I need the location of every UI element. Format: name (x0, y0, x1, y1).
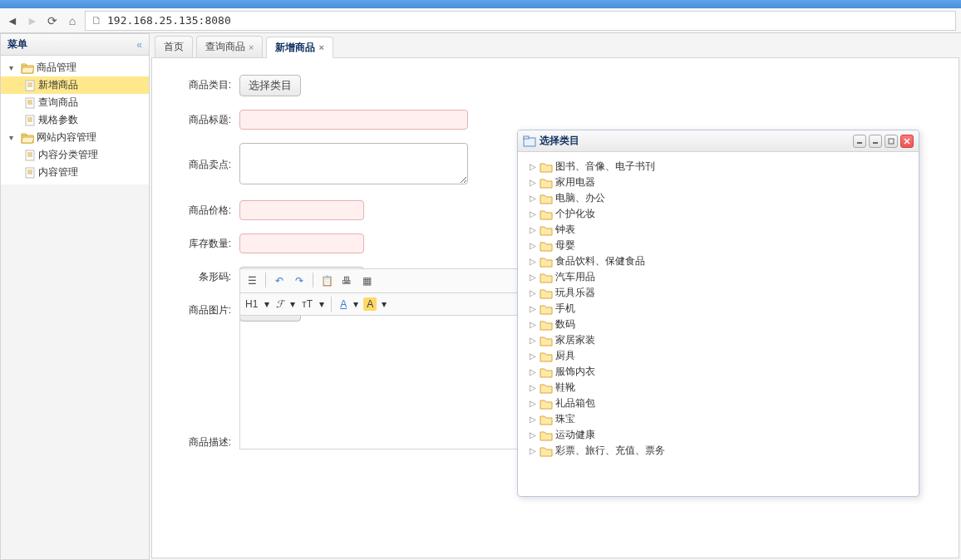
expand-icon[interactable]: ▷ (530, 351, 540, 361)
price-input[interactable] (239, 200, 364, 220)
sidebar-item-0[interactable]: ▾商品管理 (1, 59, 149, 76)
source-icon[interactable]: ☰ (244, 273, 260, 289)
close-button[interactable] (900, 135, 914, 148)
backcolor-button[interactable]: A (363, 297, 377, 311)
size-button[interactable]: тT (300, 298, 314, 310)
sidebar-item-2[interactable]: 查询商品 (1, 94, 149, 111)
category-label: 礼品箱包 (555, 396, 595, 410)
svg-rect-21 (524, 136, 529, 139)
back-icon[interactable]: ◄ (5, 13, 20, 28)
redo-icon[interactable]: ↷ (291, 273, 308, 289)
expand-icon[interactable]: ▷ (530, 383, 540, 392)
expand-icon[interactable]: ▷ (530, 225, 540, 234)
sidebar-item-3[interactable]: 规格参数 (1, 111, 149, 129)
forecolor-button[interactable]: A (338, 298, 348, 310)
category-item-16[interactable]: ▷珠宝 (523, 411, 914, 427)
category-item-1[interactable]: ▷家用电器 (523, 174, 914, 190)
sidebar-item-label: 内容管理 (38, 165, 78, 179)
title-input[interactable] (239, 110, 468, 130)
address-bar[interactable]: 🗋 192.168.25.135:8080 (85, 11, 956, 31)
category-item-18[interactable]: ▷彩票、旅行、充值、票务 (523, 443, 914, 459)
heading-button[interactable]: H1 (244, 298, 259, 310)
category-item-11[interactable]: ▷家居家装 (523, 332, 914, 348)
expand-icon[interactable]: ▷ (530, 257, 540, 266)
home-icon[interactable]: ⌂ (65, 13, 80, 28)
stock-input[interactable] (239, 233, 364, 253)
dialog-header[interactable]: 选择类目 (518, 130, 919, 152)
category-label: 服饰内衣 (555, 365, 595, 379)
expand-icon[interactable]: ▷ (530, 178, 540, 187)
expand-icon[interactable]: ▷ (530, 194, 540, 203)
category-item-15[interactable]: ▷礼品箱包 (523, 395, 914, 411)
sidebar-item-6[interactable]: 内容管理 (1, 164, 149, 181)
expand-icon[interactable]: ▷ (530, 273, 540, 282)
expand-icon[interactable]: ▷ (530, 209, 540, 219)
expand-icon[interactable]: ▷ (530, 399, 540, 408)
category-item-0[interactable]: ▷图书、音像、电子书刊 (523, 159, 914, 174)
tab-2[interactable]: 新增商品× (266, 37, 333, 58)
dialog-title-icon (523, 135, 536, 147)
category-label: 商品类目: (177, 75, 231, 92)
category-item-6[interactable]: ▷食品饮料、保健食品 (523, 253, 914, 269)
sidebar-title: 菜单 (7, 37, 27, 52)
sellpoint-input[interactable] (239, 143, 468, 184)
minimize-button[interactable] (869, 135, 882, 148)
category-item-2[interactable]: ▷电脑、办公 (523, 190, 914, 206)
svg-rect-12 (26, 150, 34, 160)
category-label: 钟表 (555, 223, 575, 237)
sidebar-item-label: 商品管理 (37, 61, 76, 75)
expand-icon[interactable]: ▷ (530, 320, 540, 329)
category-item-4[interactable]: ▷钟表 (523, 222, 914, 238)
title-label: 商品标题: (177, 110, 231, 127)
expand-icon[interactable]: ▷ (530, 367, 540, 376)
font-button[interactable]: ℱ (274, 298, 285, 310)
print-icon[interactable]: 🖶 (338, 273, 355, 289)
expand-icon[interactable]: ▷ (530, 336, 540, 345)
category-item-17[interactable]: ▷运动健康 (523, 427, 914, 443)
collapse-icon[interactable]: « (136, 39, 142, 51)
template-icon[interactable]: ▦ (358, 273, 375, 289)
category-item-3[interactable]: ▷个护化妆 (523, 206, 914, 222)
tab-close-icon[interactable]: × (249, 42, 254, 52)
expand-icon[interactable]: ▷ (530, 162, 540, 171)
collapse-button[interactable] (853, 135, 866, 148)
folder-icon (540, 240, 553, 252)
expand-icon[interactable]: ▷ (530, 241, 540, 250)
folder-icon (540, 303, 553, 315)
dialog-body: ▷图书、音像、电子书刊▷家用电器▷电脑、办公▷个护化妆▷钟表▷母婴▷食品饮料、保… (518, 152, 919, 496)
undo-icon[interactable]: ↶ (271, 273, 288, 289)
category-label: 玩具乐器 (555, 286, 595, 300)
expand-icon[interactable]: ▷ (530, 430, 540, 440)
expand-icon[interactable]: ▷ (530, 415, 540, 424)
category-item-8[interactable]: ▷玩具乐器 (523, 285, 914, 301)
category-item-5[interactable]: ▷母婴 (523, 238, 914, 253)
file-icon (24, 97, 36, 109)
expand-icon[interactable]: ▷ (530, 304, 540, 313)
category-item-9[interactable]: ▷手机 (523, 301, 914, 317)
maximize-button[interactable] (885, 135, 898, 148)
expand-icon[interactable]: ▷ (530, 446, 540, 455)
folder-icon (540, 193, 553, 204)
category-item-7[interactable]: ▷汽车用品 (523, 269, 914, 285)
sidebar-item-4[interactable]: ▾网站内容管理 (1, 129, 149, 146)
tree-toggle-icon[interactable]: ▾ (9, 133, 19, 142)
sidebar-item-1[interactable]: 新增商品 (1, 76, 149, 94)
category-label: 图书、音像、电子书刊 (555, 160, 655, 174)
category-item-14[interactable]: ▷鞋靴 (523, 380, 914, 395)
reload-icon[interactable]: ⟳ (45, 13, 60, 28)
paste-icon[interactable]: 📋 (318, 273, 335, 289)
svg-rect-0 (26, 81, 34, 91)
select-category-button[interactable]: 选择类目 (239, 75, 301, 96)
category-item-12[interactable]: ▷厨具 (523, 348, 914, 364)
forward-icon[interactable]: ► (25, 13, 40, 28)
folder-open-icon (21, 132, 34, 144)
expand-icon[interactable]: ▷ (530, 288, 540, 297)
tab-1[interactable]: 查询商品× (196, 36, 263, 57)
category-label: 母婴 (555, 238, 575, 253)
tree-toggle-icon[interactable]: ▾ (9, 63, 19, 72)
category-item-10[interactable]: ▷数码 (523, 317, 914, 332)
tab-close-icon[interactable]: × (318, 42, 323, 52)
sidebar-item-5[interactable]: 内容分类管理 (1, 146, 149, 164)
category-item-13[interactable]: ▷服饰内衣 (523, 364, 914, 380)
tab-0[interactable]: 首页 (155, 36, 193, 57)
